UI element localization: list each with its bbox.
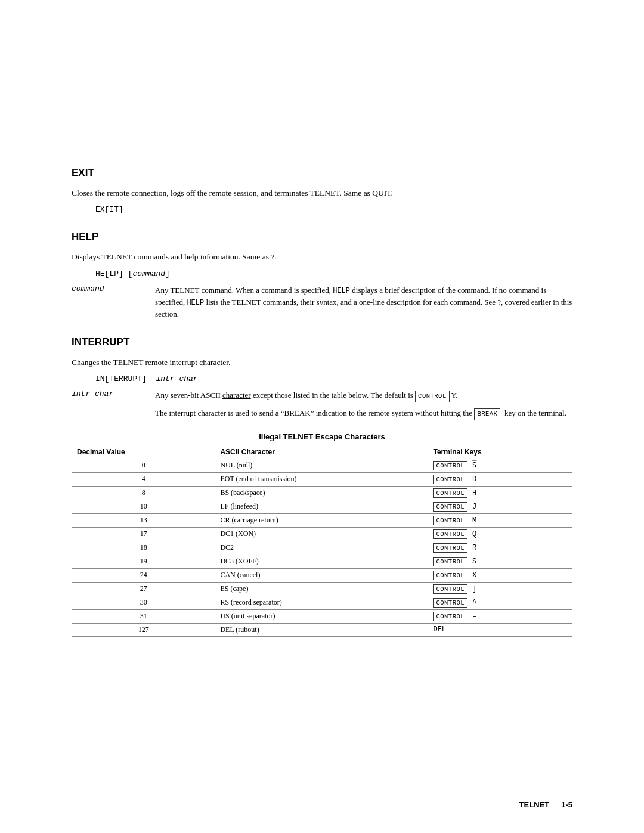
help-param-row: command Any TELNET command. When a comma… [72, 284, 572, 320]
footer-page: 1-5 [561, 800, 572, 809]
help-section: HELP Displays TELNET commands and help i… [72, 231, 572, 320]
interrupt-param-desc: Any seven-bit ASCII character except tho… [155, 389, 572, 420]
table-row: 17DC1 (XON)CONTROLQ [72, 527, 572, 541]
cell-terminal: CONTROLD [428, 472, 572, 486]
cell-decimal: 31 [72, 609, 215, 623]
cell-terminal: CONTROLS̅ [428, 459, 572, 472]
help-title: HELP [72, 231, 572, 243]
table-row: 13CR (carriage return)CONTROLM [72, 513, 572, 527]
key-label: M [472, 516, 476, 525]
cell-ascii: DC2 [215, 541, 428, 555]
table-row: 30RS (record separator)CONTROL^ [72, 596, 572, 609]
control-badge: CONTROL [433, 557, 467, 566]
cell-ascii: EOT (end of transmission) [215, 472, 428, 486]
cell-terminal: CONTROLR [428, 541, 572, 555]
cell-decimal: 13 [72, 513, 215, 527]
help-description: Displays TELNET commands and help inform… [72, 251, 572, 263]
cell-decimal: 0 [72, 459, 215, 472]
cell-decimal: 30 [72, 596, 215, 609]
cell-ascii: US (unit separator) [215, 609, 428, 623]
help-syntax-text: HE[LP] [command] [95, 270, 170, 278]
table-row: 18DC2CONTROLR [72, 541, 572, 555]
table-row: 127DEL (rubout)DEL [72, 623, 572, 636]
key-label: H [472, 489, 476, 497]
control-badge: CONTROL [433, 461, 467, 470]
page-footer: TELNET 1-5 [0, 795, 644, 809]
interrupt-section: INTERRUPT Changes the TELNET remote inte… [72, 336, 572, 637]
col-ascii: ASCII Character [215, 445, 428, 459]
key-label: ^ [472, 599, 476, 607]
key-label: X [472, 571, 476, 580]
escape-chars-table-section: Illegal TELNET Escape Characters Decimal… [72, 432, 572, 637]
cell-terminal: CONTROLH [428, 486, 572, 500]
escape-chars-table: Decimal Value ASCII Character Terminal K… [72, 445, 572, 637]
cell-terminal: CONTROL] [428, 582, 572, 596]
exit-syntax: EX[IT] [95, 205, 572, 214]
control-badge: CONTROL [433, 529, 467, 539]
table-row: 10LF (linefeed)CONTROLJ [72, 500, 572, 513]
interrupt-description: Changes the TELNET remote interrupt char… [72, 357, 572, 368]
control-badge: CONTROL [433, 584, 467, 594]
page: EXIT Closes the remote connection, logs … [0, 0, 644, 833]
cell-decimal: 10 [72, 500, 215, 513]
cell-decimal: 19 [72, 555, 215, 568]
cell-terminal: CONTROLQ [428, 527, 572, 541]
help-syntax: HE[LP] [command] [95, 270, 572, 278]
break-key-badge: BREAK [474, 408, 500, 420]
table-row: 31US (unit separator)CONTROL– [72, 609, 572, 623]
key-label: S [472, 558, 476, 566]
exit-title: EXIT [72, 167, 572, 179]
cell-decimal: 27 [72, 582, 215, 596]
table-row: 27ES (cape)CONTROL] [72, 582, 572, 596]
cell-terminal: CONTROLX [428, 568, 572, 582]
interrupt-param-name: intr_char [72, 389, 155, 420]
help-param-desc: Any TELNET command. When a command is sp… [155, 284, 572, 320]
cell-terminal: CONTROLM [428, 513, 572, 527]
footer-content: TELNET 1-5 [519, 800, 572, 809]
control-badge: CONTROL [433, 598, 467, 608]
cell-decimal: 4 [72, 472, 215, 486]
cell-decimal: 24 [72, 568, 215, 582]
key-label: ] [472, 585, 476, 593]
cell-ascii: DC3 (XOFF) [215, 555, 428, 568]
cell-ascii: CR (carriage return) [215, 513, 428, 527]
key-label: S̅ [472, 461, 476, 470]
cell-ascii: LF (linefeed) [215, 500, 428, 513]
key-label: J [472, 503, 476, 511]
table-row: 19DC3 (XOFF)CONTROLS [72, 555, 572, 568]
control-badge: CONTROL [433, 475, 467, 484]
cell-terminal: CONTROLJ [428, 500, 572, 513]
cell-decimal: 17 [72, 527, 215, 541]
exit-section: EXIT Closes the remote connection, logs … [72, 167, 572, 214]
cell-terminal: DEL [428, 623, 572, 636]
cell-decimal: 18 [72, 541, 215, 555]
table-row: 24CAN (cancel)CONTROLX [72, 568, 572, 582]
interrupt-syntax: IN[TERRUPT] intr_char [95, 374, 572, 383]
interrupt-param-row: intr_char Any seven-bit ASCII character … [72, 389, 572, 420]
cell-terminal: CONTROL– [428, 609, 572, 623]
table-row: 0NUL (null)CONTROLS̅ [72, 459, 572, 472]
control-badge: CONTROL [433, 543, 467, 553]
table-header-row: Decimal Value ASCII Character Terminal K… [72, 445, 572, 459]
control-badge: CONTROL [433, 516, 467, 525]
col-decimal: Decimal Value [72, 445, 215, 459]
cell-decimal: 127 [72, 623, 215, 636]
interrupt-title: INTERRUPT [72, 336, 572, 348]
cell-terminal: CONTROL^ [428, 596, 572, 609]
cell-ascii: DC1 (XON) [215, 527, 428, 541]
cell-ascii: BS (backspace) [215, 486, 428, 500]
key-label: – [472, 612, 476, 621]
control-badge: CONTROL [433, 571, 467, 580]
control-badge: CONTROL [433, 502, 467, 512]
cell-terminal: CONTROLS [428, 555, 572, 568]
help-param-name: command [72, 284, 155, 320]
control-badge: CONTROL [433, 612, 467, 621]
cell-ascii: ES (cape) [215, 582, 428, 596]
cell-ascii: RS (record separator) [215, 596, 428, 609]
cell-decimal: 8 [72, 486, 215, 500]
control-y-badge: CONTROL [415, 391, 450, 402]
key-label: D [472, 475, 476, 484]
control-badge: CONTROL [433, 488, 467, 498]
table-title: Illegal TELNET Escape Characters [72, 432, 572, 441]
key-label: Q [472, 530, 476, 538]
